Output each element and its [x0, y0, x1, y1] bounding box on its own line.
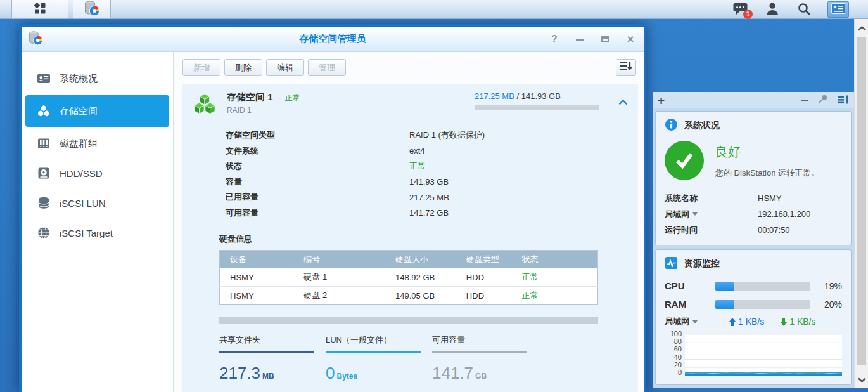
- storage-manager-taskbar-button[interactable]: [73, 0, 111, 19]
- stat-lun: LUN（一般文件） 0Bytes: [326, 334, 421, 383]
- volume-total: 141.93 GB: [521, 91, 561, 101]
- cell-size: 149.05 GB: [385, 287, 456, 305]
- main-menu-button[interactable]: [11, 0, 68, 19]
- maximize-button[interactable]: [599, 34, 611, 45]
- collapse-chevron-icon[interactable]: [618, 98, 628, 107]
- volume-card: 存储空间 1 - 正常 RAID 1 217.25 MB / 141.93 GB: [182, 84, 638, 392]
- user-menu-button[interactable]: [764, 1, 781, 18]
- health-description: 您的 DiskStation 运转正常。: [715, 167, 819, 179]
- volume-icon: [193, 93, 217, 117]
- volume-raid-type: RAID 1: [227, 106, 300, 115]
- sidebar-item-iscsi-lun[interactable]: iSCSI LUN: [25, 190, 169, 216]
- disk-group-icon: [37, 136, 51, 150]
- widget-title: 资源监控: [684, 258, 720, 270]
- sidebar-item-label: 系统概况: [60, 73, 98, 85]
- lan-dropdown[interactable]: 局域网: [665, 316, 715, 327]
- disk-info-title: 硬盘信息: [219, 233, 638, 245]
- detail-value: 141.93 GB: [409, 177, 449, 186]
- sort-icon: [620, 61, 632, 74]
- delete-button[interactable]: 删除: [224, 59, 262, 76]
- ram-row: RAM 20%: [665, 296, 842, 312]
- notification-badge: 1: [743, 10, 753, 19]
- capacity-bar: [219, 317, 598, 324]
- detail-label: 文件系统: [226, 145, 409, 157]
- minimize-button[interactable]: [574, 34, 585, 45]
- row-value: 192.168.1.200: [758, 209, 810, 219]
- scrollbar-thumb[interactable]: [857, 37, 866, 365]
- stat-underline: [326, 351, 421, 353]
- scroll-down-button[interactable]: [855, 373, 868, 387]
- lan-dropdown[interactable]: 局域网: [665, 209, 758, 220]
- dock-panel-icon[interactable]: [837, 94, 849, 107]
- main-content: 新增 删除 编辑 管理: [174, 52, 644, 392]
- pin-icon[interactable]: [817, 94, 828, 107]
- network-chart: 100 80 60 40 20 0: [665, 334, 842, 376]
- close-button[interactable]: ×: [625, 34, 636, 45]
- page-scrollbar[interactable]: [854, 19, 868, 388]
- edit-button[interactable]: 编辑: [266, 59, 304, 76]
- lan-row: 局域网 192.168.1.200: [665, 206, 842, 222]
- chevron-down-icon: [692, 212, 698, 218]
- ram-label: RAM: [665, 299, 715, 310]
- storage-manager-window: 存储空间管理员 ? × 系统概况: [19, 24, 646, 392]
- detail-label: 可用容量: [226, 207, 409, 219]
- capacity-stats: 共享文件夹 217.3MB LUN（一般文件） 0Bytes 可用容量 141.…: [219, 334, 638, 383]
- sidebar-item-overview[interactable]: 系统概况: [25, 65, 169, 92]
- detail-label: 存储空间类型: [226, 129, 409, 141]
- cell-status: 正常: [512, 268, 598, 287]
- volume-header[interactable]: 存储空间 1 - 正常 RAID 1 217.25 MB / 141.93 GB: [182, 84, 638, 121]
- health-status: 良好: [715, 143, 819, 160]
- sidebar-item-volume[interactable]: 存储空间: [25, 95, 169, 127]
- row-label: 系统名称: [665, 193, 758, 204]
- ram-value: 20%: [824, 299, 842, 310]
- overview-icon: [37, 72, 51, 86]
- col-size: 硬盘大小: [385, 251, 456, 268]
- help-button[interactable]: ?: [549, 34, 560, 45]
- sidebar-item-label: iSCSI LUN: [60, 198, 106, 209]
- widget-panel-header: +: [653, 92, 854, 108]
- search-icon: [797, 2, 811, 18]
- window-titlebar[interactable]: 存储空间管理员 ? ×: [22, 27, 644, 52]
- disk-row-1[interactable]: HSMY 硬盘 1 148.92 GB HDD 正常: [220, 268, 598, 287]
- network-row: 局域网 1 KB/s 1 KB/s: [665, 316, 842, 327]
- detail-value: RAID 1 (有数据保护): [409, 129, 485, 141]
- storage-manager-icon: [84, 0, 100, 18]
- volume-name-sep: -: [279, 93, 281, 102]
- stat-shared-folders: 共享文件夹 217.3MB: [219, 334, 314, 383]
- collapse-widgets-button[interactable]: [801, 100, 808, 101]
- taskbar: 1: [0, 0, 868, 19]
- system-name-row: 系统名称 HSMY: [665, 190, 842, 206]
- add-widget-button[interactable]: +: [658, 95, 665, 107]
- sidebar-item-diskgroup[interactable]: 磁盘群组: [25, 130, 169, 157]
- sidebar-item-iscsi-target[interactable]: iSCSI Target: [25, 219, 169, 246]
- volume-used: 217.25 MB: [475, 91, 514, 101]
- sort-button[interactable]: [616, 59, 636, 76]
- system-info-icon: [665, 118, 678, 133]
- col-status: 状态: [512, 251, 598, 268]
- widget-panel-toggle[interactable]: [827, 1, 849, 18]
- col-number: 编号: [293, 251, 385, 268]
- manage-button[interactable]: 管理: [308, 59, 346, 76]
- sidebar-item-hdd[interactable]: HDD/SSD: [25, 160, 169, 186]
- create-button[interactable]: 新增: [182, 59, 220, 76]
- stat-underline: [219, 351, 314, 353]
- disk-row-2[interactable]: HSMY 硬盘 2 149.05 GB HDD 正常: [220, 287, 598, 305]
- stat-label: 可用容量: [432, 334, 527, 346]
- stat-unit: MB: [262, 372, 274, 381]
- resource-monitor-icon: [665, 256, 678, 271]
- stat-value: 141.7: [432, 363, 473, 382]
- stat-unit: GB: [475, 372, 487, 381]
- lan-label: 局域网: [665, 316, 689, 327]
- detail-value: 141.72 GB: [409, 208, 449, 218]
- cell-device: HSMY: [220, 268, 294, 287]
- detail-label: 已用容量: [226, 192, 409, 203]
- scroll-up-button[interactable]: [855, 22, 868, 36]
- ram-bar-fill: [715, 300, 734, 309]
- chevron-down-icon: [692, 320, 698, 326]
- search-button[interactable]: [796, 1, 812, 18]
- uptime-row: 运行时间 00:07:50: [665, 222, 842, 238]
- cell-number: 硬盘 1: [293, 268, 385, 287]
- cell-size: 148.92 GB: [385, 268, 456, 287]
- stat-value: 0: [326, 363, 335, 382]
- notifications-button[interactable]: 1: [732, 1, 749, 18]
